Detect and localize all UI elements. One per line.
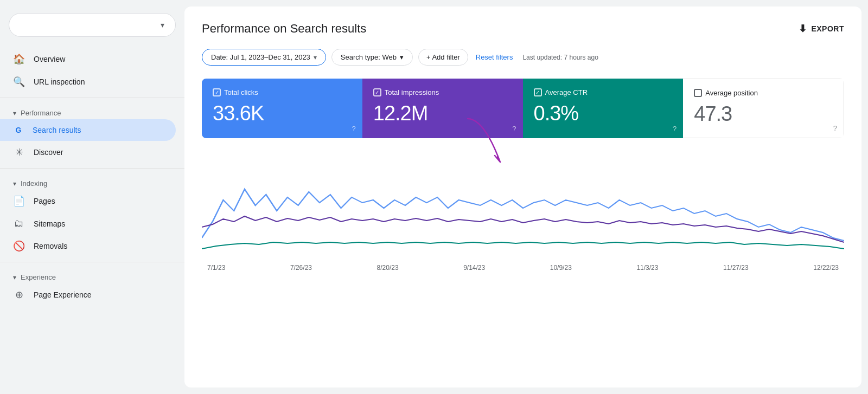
pages-icon: 📄 [13,195,25,207]
metric-title: Total clicks [224,88,258,96]
metric-card-total-impressions[interactable]: Total impressions 12.2M ? [362,79,523,138]
section-label: Performance [21,109,61,117]
sidebar-item-url-inspection[interactable]: 🔍 URL inspection [0,70,176,93]
help-icon[interactable]: ? [833,124,837,132]
section-performance[interactable]: ▾ Performance [0,102,184,119]
filters-row: Date: Jul 1, 2023–Dec 31, 2023 ▾ Search … [202,49,844,66]
sidebar-item-sitemaps[interactable]: 🗂 Sitemaps [0,212,176,235]
x-label: 8/20/23 [377,264,399,272]
sidebar-item-overview[interactable]: 🏠 Overview [0,48,176,70]
experience-icon: ⊕ [13,289,25,301]
metric-title: Average CTR [545,88,588,96]
metric-value-average-ctr: 0.3% [534,102,673,125]
date-filter-button[interactable]: Date: Jul 1, 2023–Dec 31, 2023 ▾ [202,49,326,66]
sidebar-item-label: URL inspection [34,77,85,86]
main-content: Performance on Search results ⬇ EXPORT D… [184,7,861,387]
metric-title: Average position [705,89,758,97]
add-filter-label: + Add filter [426,53,460,61]
metric-checkbox-total-impressions[interactable] [373,88,381,96]
sidebar-item-label: Pages [34,197,55,205]
section-label: Indexing [21,179,47,188]
sidebar-item-search-results[interactable]: G Search results [0,119,176,141]
section-label: Experience [21,273,56,281]
metric-label: Total clicks [213,88,352,96]
metric-value-average-position: 47.3 [694,102,833,126]
sidebar-item-label: Sitemaps [34,219,65,228]
metric-checkbox-total-clicks[interactable] [213,88,221,96]
date-filter-label: Date: Jul 1, 2023–Dec 31, 2023 [211,53,310,61]
sidebar-item-pages[interactable]: 📄 Pages [0,190,176,212]
metric-card-total-clicks[interactable]: Total clicks 33.6K ? [202,79,362,138]
export-label: EXPORT [811,24,844,33]
home-icon: 🏠 [13,53,25,65]
x-label: 10/9/23 [550,264,572,272]
chevron-down-icon: ▾ [400,53,404,61]
chevron-icon: ▾ [13,180,16,188]
last-updated-text: Last updated: 7 hours ago [522,54,598,61]
metric-value-total-clicks: 33.6K [213,102,352,125]
chevron-down-icon: ▾ [314,54,317,61]
divider [0,262,184,262]
sidebar: ▾ 🏠 Overview 🔍 URL inspection ▾ Performa… [0,0,184,394]
asterisk-icon: ✳ [13,146,25,158]
performance-chart [202,151,844,260]
x-label: 7/26/23 [290,264,312,272]
divider [0,98,184,98]
metric-value-total-impressions: 12.2M [373,102,512,125]
sidebar-item-discover[interactable]: ✳ Discover [0,141,176,164]
chevron-icon: ▾ [13,274,16,281]
search-type-label: Search type: Web [341,53,397,61]
metrics-row: Total clicks 33.6K ? Total impressions 1… [202,79,844,138]
sidebar-item-label: Removals [34,242,67,250]
chevron-icon: ▾ [13,109,16,117]
sidebar-item-label: Overview [34,55,65,63]
sidebar-item-label: Discover [34,148,63,157]
add-filter-button[interactable]: + Add filter [418,49,468,66]
metric-label: Average position [694,89,833,97]
sidebar-item-removals[interactable]: 🚫 Removals [0,235,176,257]
section-indexing[interactable]: ▾ Indexing [0,173,184,190]
help-icon[interactable]: ? [673,125,676,133]
sidebar-item-label: Page Experience [34,290,92,299]
metric-checkbox-average-position[interactable] [694,89,702,97]
x-label: 7/1/23 [207,264,225,272]
x-label: 11/27/23 [723,264,749,272]
help-icon[interactable]: ? [352,125,356,133]
sidebar-item-page-experience[interactable]: ⊕ Page Experience [0,283,176,306]
removals-icon: 🚫 [13,240,25,252]
chart-x-labels: 7/1/23 7/26/23 8/20/23 9/14/23 10/9/23 1… [202,264,844,272]
download-icon: ⬇ [799,23,807,35]
sitemaps-icon: 🗂 [13,218,25,229]
x-label: 9/14/23 [463,264,485,272]
metric-title: Total impressions [385,88,439,96]
google-g-icon: G [13,125,24,135]
metric-card-average-position[interactable]: Average position 47.3 ? [683,79,844,138]
main-header: Performance on Search results ⬇ EXPORT [202,22,844,36]
metric-label: Total impressions [373,88,512,96]
section-experience[interactable]: ▾ Experience [0,267,184,283]
metric-label: Average CTR [534,88,673,96]
search-type-filter-button[interactable]: Search type: Web ▾ [331,49,413,66]
export-button[interactable]: ⬇ EXPORT [799,23,844,35]
search-icon: 🔍 [13,76,25,88]
reset-filters-link[interactable]: Reset filters [476,53,513,61]
page-title: Performance on Search results [202,22,366,36]
property-selector[interactable]: ▾ [9,13,176,37]
metric-card-average-ctr[interactable]: Average CTR 0.3% ? [523,79,684,138]
x-label: 12/22/23 [813,264,839,272]
metric-checkbox-average-ctr[interactable] [534,88,542,96]
divider [0,168,184,169]
x-label: 11/3/23 [636,264,658,272]
sidebar-item-label: Search results [33,126,81,134]
help-icon[interactable]: ? [512,125,516,133]
chevron-down-icon: ▾ [161,21,164,29]
chart-container: 7/1/23 7/26/23 8/20/23 9/14/23 10/9/23 1… [202,151,844,281]
